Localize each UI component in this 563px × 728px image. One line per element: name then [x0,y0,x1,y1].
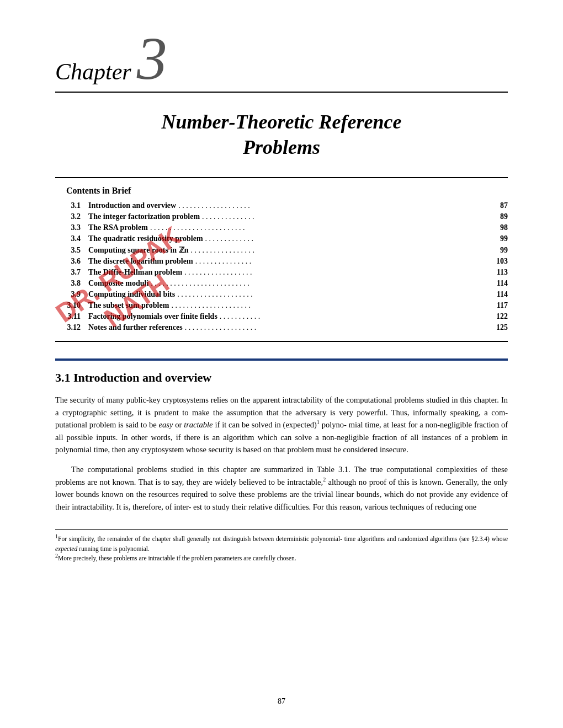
toc-dots: . . . . . . . . . . . . . [205,234,498,243]
toc-dots: . . . . . . . . . . . . . . . . . [190,246,498,255]
contents-box: Contents in Brief 3.1Introduction and ov… [55,177,508,342]
toc-row: 3.11Factoring polynomials over finite fi… [55,311,508,322]
chapter-word: Chapter [55,58,131,85]
toc-row: 3.1Introduction and overview. . . . . . … [55,200,508,211]
footnote-area: 1For simplicity, the remainder of the ch… [55,529,508,563]
toc-content-cell: The Diffie-Hellman problem. . . . . . . … [88,267,508,278]
toc-row: 3.5Computing square roots in ℤn. . . . .… [55,244,508,256]
toc-section-num: 3.3 [55,222,88,233]
toc-page-num: 99 [500,234,508,243]
toc-page-num: 103 [496,257,508,266]
toc-title: The Diffie-Hellman problem [88,268,182,277]
toc-page-num: 114 [497,290,508,299]
toc-page-num: 98 [500,223,508,232]
toc-row: 3.10The subset sum problem. . . . . . . … [55,300,508,311]
toc-page-num: 125 [496,323,508,332]
toc-title: The integer factorization problem [88,212,200,221]
toc-page-num: 113 [497,268,508,277]
toc-dots: . . . . . . . . . . . . . . . . . . . . [177,290,495,299]
toc-content-cell: Introduction and overview. . . . . . . .… [88,200,508,211]
toc-page-num: 117 [497,301,508,310]
toc-section-num: 3.9 [55,289,88,300]
toc-section-num: 3.5 [55,244,88,256]
toc-page-num: 122 [496,312,508,321]
toc-title: Notes and further references [88,323,183,332]
toc-dots: . . . . . . . . . . . . . . . . . . [184,268,495,277]
toc-row: 3.12Notes and further references. . . . … [55,322,508,333]
toc-title: The RSA problem [88,223,148,232]
toc-content-cell: Computing square roots in ℤn. . . . . . … [88,244,508,256]
page: Chapter 3 Number-Theoretic Reference Pro… [0,0,563,728]
toc-title: Factoring polynomials over finite fields [88,312,217,321]
toc-dots: . . . . . . . . . . . . . . . . . . . [178,201,498,210]
toc-title: Computing individual bits [88,290,175,299]
toc-content-cell: The discrete logarithm problem. . . . . … [88,256,508,267]
section-divider: 3.1 Introduction and overview [55,358,508,385]
chapter-title: Number-Theoretic Reference Problems [55,109,508,161]
toc-title: The subset sum problem [88,301,169,310]
toc-page-num: 87 [500,201,508,210]
toc-title: The discrete logarithm problem [88,257,193,266]
body-paragraph-2: The computational problems studied in th… [55,463,508,513]
toc-content-cell: Composite moduli. . . . . . . . . . . . … [88,278,508,289]
chapter-number: 3 [137,33,167,85]
toc-row: 3.4The quadratic residuosity problem. . … [55,233,508,244]
toc-content-cell: The integer factorization problem. . . .… [88,211,508,222]
toc-row: 3.3The RSA problem. . . . . . . . . . . … [55,222,508,233]
toc-content-cell: The subset sum problem. . . . . . . . . … [88,300,508,311]
toc-title: Composite moduli [88,279,148,288]
toc-page-num: 89 [500,212,508,221]
toc-dots: . . . . . . . . . . . . . . [202,212,498,221]
toc-section-num: 3.11 [55,311,88,322]
body-paragraph-1: The security of many public-key cryptosy… [55,394,508,456]
toc-content-cell: Notes and further references. . . . . . … [88,322,508,333]
toc-content-cell: Factoring polynomials over finite fields… [88,311,508,322]
toc-section-num: 3.7 [55,267,88,278]
toc-section-num: 3.12 [55,322,88,333]
toc-title: Introduction and overview [88,201,176,210]
toc-section-num: 3.8 [55,278,88,289]
toc-row: 3.8Composite moduli. . . . . . . . . . .… [55,278,508,289]
toc-content-cell: Computing individual bits. . . . . . . .… [88,289,508,300]
toc-dots: . . . . . . . . . . . . . . . . . . . . … [171,301,494,310]
toc-section-num: 3.10 [55,300,88,311]
toc-content-cell: The RSA problem. . . . . . . . . . . . .… [88,222,508,233]
toc-dots: . . . . . . . . . . . . . . . . . . . . … [150,223,498,232]
footnote-1: 1For simplicity, the remainder of the ch… [55,534,508,554]
toc-title: Computing square roots in ℤn [88,245,188,255]
toc-row: 3.9Computing individual bits. . . . . . … [55,289,508,300]
chapter-header: Chapter 3 [55,33,508,93]
section-heading: 3.1 Introduction and overview [55,366,508,385]
toc-row: 3.6The discrete logarithm problem. . . .… [55,256,508,267]
contents-heading: Contents in Brief [55,186,508,196]
chapter-title-text: Number-Theoretic Reference Problems [55,109,508,161]
toc-content-cell: The quadratic residuosity problem. . . .… [88,233,508,244]
toc-dots: . . . . . . . . . . . [220,312,494,321]
page-number: 87 [278,697,285,706]
toc-section-num: 3.6 [55,256,88,267]
toc-title: The quadratic residuosity problem [88,234,203,243]
toc-row: 3.2The integer factorization problem. . … [55,211,508,222]
toc-dots: . . . . . . . . . . . . . . . . . . . . … [151,279,494,288]
footnote-2: 2More precisely, these problems are intr… [55,554,508,563]
toc-table: 3.1Introduction and overview. . . . . . … [55,200,508,333]
toc-page-num: 99 [500,246,508,255]
toc-row: 3.7The Diffie-Hellman problem. . . . . .… [55,267,508,278]
toc-dots: . . . . . . . . . . . . . . . [195,257,494,266]
toc-dots: . . . . . . . . . . . . . . . . . . . [185,323,494,332]
toc-page-num: 114 [497,279,508,288]
toc-section-num: 3.2 [55,211,88,222]
toc-section-num: 3.1 [55,200,88,211]
toc-section-num: 3.4 [55,233,88,244]
